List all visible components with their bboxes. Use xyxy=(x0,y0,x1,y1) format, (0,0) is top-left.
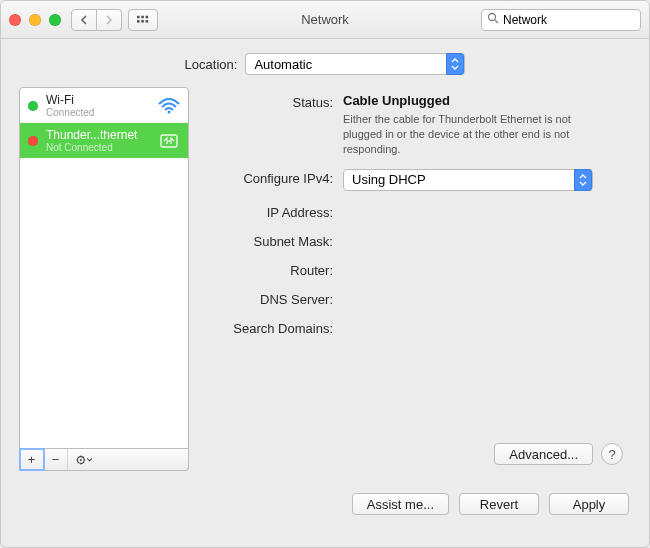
configure-ipv4-label: Configure IPv4: xyxy=(203,169,343,186)
service-actions-button[interactable] xyxy=(68,449,100,470)
svg-line-7 xyxy=(495,20,498,23)
status-dot-disconnected-icon xyxy=(28,136,38,146)
location-value: Automatic xyxy=(254,57,446,72)
dns-row: DNS Server: xyxy=(203,290,627,307)
ip-address-row: IP Address: xyxy=(203,203,627,220)
advanced-row: Advanced... ? xyxy=(203,443,627,465)
status-description: Either the cable for Thunderbolt Etherne… xyxy=(343,112,603,157)
show-all-button[interactable] xyxy=(128,9,158,31)
help-button[interactable]: ? xyxy=(601,443,623,465)
svg-rect-5 xyxy=(146,20,149,23)
configure-ipv4-select[interactable]: Using DHCP xyxy=(343,169,593,191)
service-status: Connected xyxy=(46,107,150,118)
select-arrows-icon xyxy=(574,169,592,191)
apply-button[interactable]: Apply xyxy=(549,493,629,515)
subnet-row: Subnet Mask: xyxy=(203,232,627,249)
search-field[interactable]: ✕ xyxy=(481,9,641,31)
router-label: Router: xyxy=(203,261,343,278)
dns-server-label: DNS Server: xyxy=(203,290,343,307)
status-row: Status: Cable Unplugged Either the cable… xyxy=(203,93,627,157)
service-name: Wi-Fi xyxy=(46,93,150,107)
zoom-window-button[interactable] xyxy=(49,14,61,26)
close-window-button[interactable] xyxy=(9,14,21,26)
status-value: Cable Unplugged xyxy=(343,93,627,108)
service-list[interactable]: Wi-Fi Connected Thunder...thernet Not Co… xyxy=(19,87,189,449)
location-label: Location: xyxy=(185,57,238,72)
revert-button[interactable]: Revert xyxy=(459,493,539,515)
service-name: Thunder...thernet xyxy=(46,128,150,142)
sidebar: Wi-Fi Connected Thunder...thernet Not Co… xyxy=(19,87,189,471)
router-row: Router: xyxy=(203,261,627,278)
svg-rect-3 xyxy=(137,20,140,23)
svg-rect-1 xyxy=(141,15,144,18)
service-item-wifi[interactable]: Wi-Fi Connected xyxy=(20,88,188,123)
minimize-window-button[interactable] xyxy=(29,14,41,26)
back-button[interactable] xyxy=(71,9,97,31)
nav-group xyxy=(71,9,122,31)
status-label: Status: xyxy=(203,93,343,110)
svg-rect-4 xyxy=(141,20,144,23)
advanced-button[interactable]: Advanced... xyxy=(494,443,593,465)
svg-line-19 xyxy=(78,462,79,463)
window-controls xyxy=(9,14,61,26)
svg-line-20 xyxy=(83,456,84,457)
select-arrows-icon xyxy=(446,53,464,75)
search-input[interactable] xyxy=(503,13,650,27)
svg-point-8 xyxy=(168,110,171,113)
svg-point-12 xyxy=(80,458,82,460)
service-status: Not Connected xyxy=(46,142,150,153)
sidebar-tools: + − xyxy=(19,449,189,471)
search-domains-label: Search Domains: xyxy=(203,319,343,336)
svg-line-18 xyxy=(83,462,84,463)
location-select[interactable]: Automatic xyxy=(245,53,465,75)
svg-rect-2 xyxy=(146,15,149,18)
svg-line-17 xyxy=(78,456,79,457)
detail-panel: Status: Cable Unplugged Either the cable… xyxy=(203,87,631,471)
add-service-button[interactable]: + xyxy=(20,449,44,470)
status-dot-connected-icon xyxy=(28,101,38,111)
configure-ipv4-value: Using DHCP xyxy=(352,172,574,187)
service-item-thunderbolt-ethernet[interactable]: Thunder...thernet Not Connected xyxy=(20,123,188,158)
search-domains-row: Search Domains: xyxy=(203,319,627,336)
footer: Assist me... Revert Apply xyxy=(1,483,649,531)
remove-service-button[interactable]: − xyxy=(44,449,68,470)
titlebar: Network ✕ xyxy=(1,1,649,39)
ip-address-label: IP Address: xyxy=(203,203,343,220)
svg-point-6 xyxy=(489,14,496,21)
search-icon xyxy=(487,12,499,27)
configure-row: Configure IPv4: Using DHCP xyxy=(203,169,627,191)
wifi-icon xyxy=(158,97,180,115)
svg-rect-0 xyxy=(137,15,140,18)
forward-button[interactable] xyxy=(97,9,122,31)
subnet-mask-label: Subnet Mask: xyxy=(203,232,343,249)
assist-me-button[interactable]: Assist me... xyxy=(352,493,449,515)
ethernet-icon xyxy=(158,132,180,150)
location-row: Location: Automatic xyxy=(1,39,649,87)
main-area: Wi-Fi Connected Thunder...thernet Not Co… xyxy=(1,87,649,483)
svg-point-10 xyxy=(168,140,170,142)
